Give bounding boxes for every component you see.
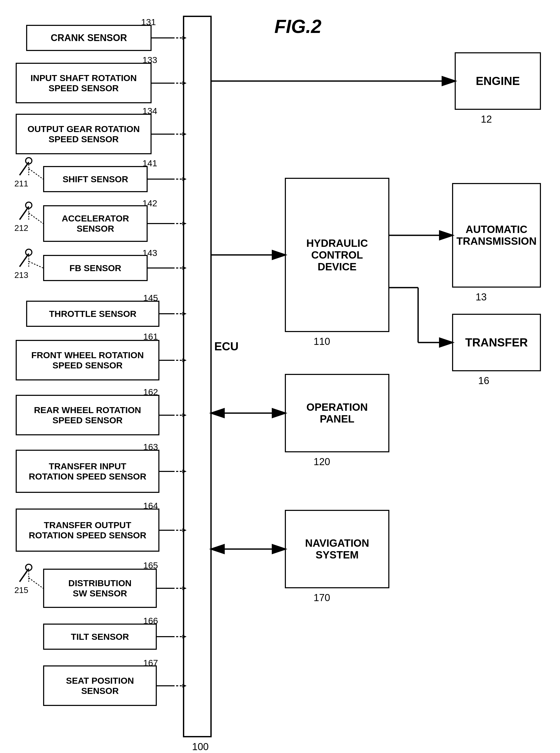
seat-position-number: 167 — [143, 658, 158, 668]
operation-panel-number: 120 — [314, 456, 330, 467]
engine-box: ENGINE — [455, 52, 541, 110]
fb-sensor-box: FB SENSOR — [43, 255, 148, 281]
accelerator-sensor-box: ACCELERATORSENSOR — [43, 205, 148, 242]
shift-number: 141 — [142, 158, 157, 168]
auto-trans-box: AUTOMATICTRANSMISSION — [452, 183, 541, 288]
operation-panel-box: OPERATIONPANEL — [285, 374, 389, 452]
transfer-box: TRANSFER — [452, 314, 541, 371]
input-shaft-sensor-box: INPUT SHAFT ROTATIONSPEED SENSOR — [16, 63, 152, 103]
fb-number: 143 — [142, 248, 157, 258]
tilt-sensor-box: TILT SENSOR — [43, 623, 157, 650]
shift-sensor-box: SHIFT SENSOR — [43, 166, 148, 192]
crank-number: 131 — [141, 17, 156, 27]
diagram-container: FIG.2 ECU 100 CRANK SENSOR 131 INPUT SHA… — [0, 0, 560, 753]
navigation-number: 170 — [314, 592, 330, 603]
icon-213-number: 213 — [14, 270, 40, 280]
transfer-input-number: 163 — [143, 442, 158, 452]
distribution-sw-number: 165 — [143, 560, 158, 571]
seat-position-sensor-box: SEAT POSITIONSENSOR — [43, 665, 157, 706]
distribution-sw-sensor-box: DISTRIBUTIONSW SENSOR — [43, 569, 157, 608]
crank-sensor-box: CRANK SENSOR — [26, 25, 152, 51]
front-wheel-sensor-box: FRONT WHEEL ROTATIONSPEED SENSOR — [16, 340, 159, 381]
output-gear-number: 134 — [142, 106, 157, 116]
icon-211-number: 211 — [14, 179, 40, 189]
auto-trans-number: 13 — [476, 291, 486, 303]
transfer-input-sensor-box: TRANSFER INPUTROTATION SPEED SENSOR — [16, 450, 159, 493]
tilt-number: 166 — [143, 616, 158, 626]
throttle-sensor-box: THROTTLE SENSOR — [26, 301, 159, 327]
hydraulic-box: HYDRAULICCONTROLDEVICE — [285, 178, 389, 332]
transfer-output-number: 164 — [143, 501, 158, 511]
fig-title: FIG.2 — [274, 16, 321, 37]
icon-212-number: 212 — [14, 223, 40, 233]
icon-215-number: 215 — [14, 585, 40, 595]
rear-wheel-number: 162 — [143, 387, 158, 397]
navigation-box: NAVIGATIONSYSTEM — [285, 510, 389, 588]
ecu-label: ECU — [214, 340, 239, 353]
icon-215: 215 — [14, 561, 40, 598]
throttle-number: 145 — [143, 293, 158, 303]
icon-211: 211 — [14, 154, 40, 191]
accelerator-number: 142 — [142, 198, 157, 208]
output-gear-sensor-box: OUTPUT GEAR ROTATIONSPEED SENSOR — [16, 114, 152, 154]
engine-number: 12 — [481, 114, 492, 125]
transfer-number: 16 — [478, 375, 489, 386]
ecu-number: 100 — [192, 741, 208, 752]
front-wheel-number: 161 — [143, 331, 158, 342]
rear-wheel-sensor-box: REAR WHEEL ROTATIONSPEED SENSOR — [16, 395, 159, 435]
input-shaft-number: 133 — [142, 55, 157, 65]
transfer-output-sensor-box: TRANSFER OUTPUTROTATION SPEED SENSOR — [16, 508, 159, 552]
icon-212: 212 — [14, 199, 40, 236]
hydraulic-number: 110 — [314, 336, 330, 347]
ecu-bar — [183, 16, 212, 737]
icon-213: 213 — [14, 246, 40, 283]
